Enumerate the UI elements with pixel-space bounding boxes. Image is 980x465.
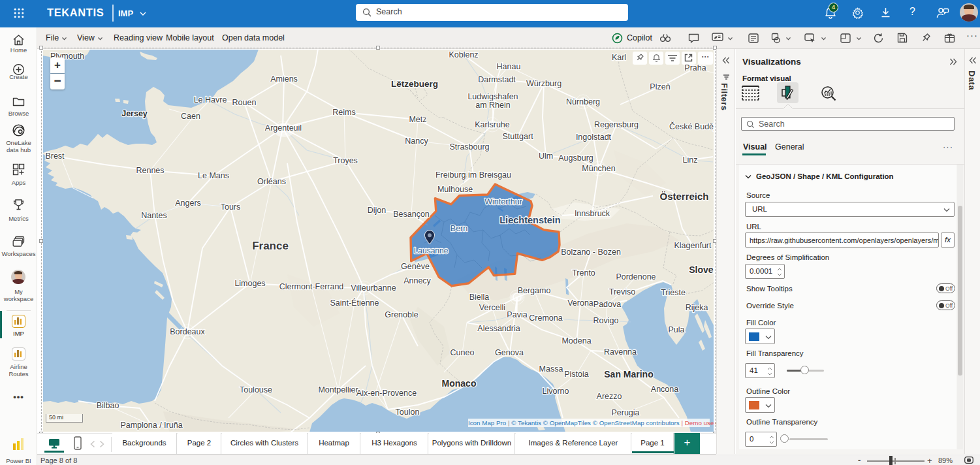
svg-text:Würzburg: Würzburg (526, 79, 561, 88)
svg-text:Trento: Trento (572, 268, 595, 278)
svg-text:Plzeň: Plzeň (650, 82, 670, 91)
svg-text:Grenoble: Grenoble (385, 310, 418, 319)
svg-text:Ludwigshafen: Ludwigshafen (467, 92, 518, 101)
svg-text:Slovenija: Slovenija (689, 265, 714, 275)
svg-text:Koblenz: Koblenz (449, 50, 478, 59)
svg-text:Regensburg: Regensburg (594, 120, 639, 129)
svg-text:Rovigo: Rovigo (593, 316, 619, 325)
svg-text:Verona: Verona (567, 298, 593, 308)
svg-text:Besançon: Besançon (393, 210, 430, 219)
svg-text:Villeurbanne: Villeurbanne (351, 283, 396, 293)
svg-text:Genève: Genève (401, 262, 430, 271)
svg-text:Bern: Bern (450, 224, 467, 233)
svg-text:Lëtzebuerg: Lëtzebuerg (391, 79, 438, 89)
svg-text:Brest: Brest (45, 152, 65, 161)
svg-text:Massa: Massa (539, 364, 563, 374)
svg-text:Bilbao: Bilbao (97, 401, 119, 410)
svg-text:Modena: Modena (561, 336, 591, 345)
svg-text:Ulm: Ulm (539, 152, 553, 161)
svg-text:Arezzo: Arezzo (597, 392, 622, 401)
svg-text:Monaco: Monaco (442, 378, 477, 389)
svg-text:Caen: Caen (181, 112, 200, 121)
svg-text:Bolzano - Bozen: Bolzano - Bozen (561, 248, 621, 257)
svg-text:Augsburg: Augsburg (558, 153, 593, 163)
svg-text:Ancona: Ancona (651, 385, 678, 394)
svg-text:Karl: Karl (612, 53, 626, 62)
svg-text:Linz: Linz (683, 155, 698, 165)
svg-text:Rouen: Rouen (232, 98, 257, 107)
svg-text:Lausanne: Lausanne (414, 246, 449, 255)
svg-text:Nancy: Nancy (405, 136, 428, 146)
svg-text:Jersey: Jersey (121, 109, 148, 118)
svg-text:Orléans: Orléans (257, 177, 286, 186)
svg-text:Perugia: Perugia (611, 408, 639, 417)
svg-text:Hanau: Hanau (497, 62, 521, 71)
svg-text:Liechtenstein: Liechtenstein (499, 215, 560, 225)
svg-text:Karlsruhe: Karlsruhe (475, 120, 510, 129)
svg-text:München: München (582, 164, 615, 173)
svg-text:Stuttgart: Stuttgart (502, 132, 533, 141)
svg-text:Praha: Praha (684, 63, 706, 72)
svg-text:Pistoia: Pistoia (564, 370, 589, 379)
svg-text:Aix-en-Provence: Aix-en-Provence (356, 389, 417, 398)
svg-text:Le Havre: Le Havre (194, 95, 227, 104)
svg-text:Freiburg im Breisgau: Freiburg im Breisgau (435, 170, 511, 180)
svg-text:Winterthur: Winterthur (484, 197, 522, 206)
svg-text:Pula: Pula (668, 325, 684, 334)
svg-text:Nantes: Nantes (141, 211, 167, 220)
svg-text:Angers: Angers (175, 199, 201, 208)
svg-text:Le Mans: Le Mans (198, 171, 229, 180)
svg-text:Reims: Reims (332, 108, 355, 117)
svg-text:Rennes: Rennes (136, 166, 164, 175)
svg-text:Ingolstadt: Ingolstadt (576, 133, 612, 142)
svg-text:Nürnberg: Nürnberg (566, 97, 600, 106)
svg-text:Pavia: Pavia (507, 310, 527, 319)
svg-text:Padova: Padova (593, 300, 621, 309)
svg-text:Alessandria: Alessandria (477, 324, 520, 333)
svg-text:Cuneo: Cuneo (450, 348, 475, 357)
svg-text:Innsbruck: Innsbruck (575, 209, 610, 218)
svg-text:Toulouse: Toulouse (240, 385, 272, 394)
svg-text:Clermont-Ferrand: Clermont-Ferrand (279, 282, 344, 291)
svg-text:Strasbourg: Strasbourg (449, 142, 489, 152)
svg-text:Biella: Biella (469, 293, 490, 302)
svg-text:Treviso: Treviso (609, 287, 636, 297)
svg-text:Bordeaux: Bordeaux (170, 327, 205, 336)
svg-text:Montpellier: Montpellier (318, 385, 358, 394)
svg-text:České Budějovice: České Budějovice (669, 121, 714, 131)
svg-text:Cremona: Cremona (529, 313, 562, 323)
svg-text:Genova: Genova (495, 348, 524, 357)
svg-text:San Marino: San Marino (604, 369, 653, 379)
svg-text:Österreich: Österreich (659, 191, 708, 202)
svg-text:Livorno: Livorno (543, 387, 569, 396)
svg-text:Ravenna: Ravenna (604, 347, 637, 357)
svg-text:am Rhein: am Rhein (475, 101, 511, 110)
svg-text:Toulon: Toulon (396, 408, 420, 417)
svg-text:Mulhouse: Mulhouse (437, 185, 473, 194)
svg-text:Trieste: Trieste (661, 288, 686, 297)
svg-text:Pordenone: Pordenone (616, 272, 656, 281)
svg-text:Metz: Metz (409, 115, 426, 124)
svg-text:France: France (252, 240, 289, 252)
svg-text:Annecy: Annecy (403, 276, 431, 285)
svg-text:Pamplona / Iruña: Pamplona / Iruña (120, 421, 182, 430)
svg-text:Saint-Étienne: Saint-Étienne (330, 298, 379, 308)
svg-text:Tours: Tours (221, 202, 241, 212)
svg-text:Rijeka: Rijeka (686, 303, 708, 312)
svg-text:Argenteuil: Argenteuil (265, 123, 302, 133)
svg-text:Darmstadt: Darmstadt (478, 75, 516, 84)
svg-text:Bergamo: Bergamo (518, 286, 551, 295)
svg-text:Klagenfurt: Klagenfurt (674, 241, 712, 250)
svg-text:Limoges: Limoges (234, 279, 265, 288)
svg-text:Dijon: Dijon (368, 206, 387, 215)
svg-text:Vercelli: Vercelli (479, 303, 505, 312)
svg-text:Amiens: Amiens (270, 74, 298, 84)
svg-text:Troyes: Troyes (333, 156, 358, 165)
